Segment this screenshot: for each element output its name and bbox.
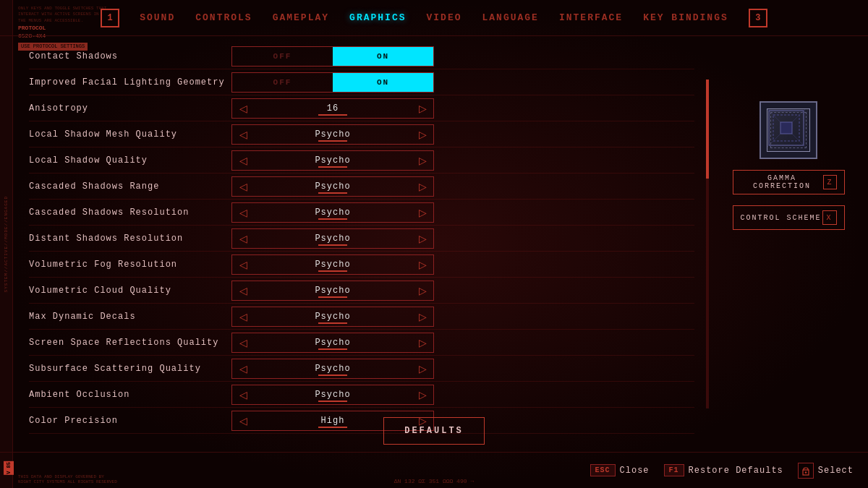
control-contact-shadows: OFF ON bbox=[231, 46, 694, 67]
label-vol-cloud: Volumetric Cloud Quality bbox=[29, 286, 231, 296]
toggle-on-facial-lighting[interactable]: ON bbox=[333, 73, 433, 92]
control-dynamic-decals: ◁ Psycho ▷ bbox=[231, 307, 694, 327]
label-color-precision: Color Precision bbox=[29, 416, 231, 426]
setting-ao: Ambient Occlusion ◁ Psycho ▷ bbox=[29, 382, 694, 408]
arrow-left-ssr[interactable]: ◁ bbox=[232, 333, 254, 352]
arrow-vol-fog: ◁ Psycho ▷ bbox=[231, 254, 434, 275]
nav-item-gameplay[interactable]: GAMEPLAY bbox=[273, 12, 329, 23]
arrow-left-color-precision[interactable]: ◁ bbox=[232, 411, 254, 430]
setting-color-precision: Color Precision ◁ High ▷ bbox=[29, 408, 694, 434]
close-key: ESC bbox=[590, 464, 616, 476]
arrow-right-dynamic-decals[interactable]: ▷ bbox=[412, 307, 433, 326]
arrow-right-cascaded-range[interactable]: ▷ bbox=[412, 177, 433, 196]
arrow-left-shadow-quality[interactable]: ◁ bbox=[232, 151, 254, 170]
arrow-right-vol-cloud[interactable]: ▷ bbox=[412, 281, 433, 300]
nav-item-controls[interactable]: CONTROLS bbox=[195, 12, 252, 23]
arrow-left-sss[interactable]: ◁ bbox=[232, 359, 254, 378]
value-vol-cloud: Psycho bbox=[254, 286, 412, 296]
control-cascaded-range: ◁ Psycho ▷ bbox=[231, 176, 694, 197]
select-label: Select bbox=[818, 466, 854, 476]
setting-dynamic-decals: Max Dynamic Decals ◁ Psycho ▷ bbox=[29, 304, 694, 330]
value-dynamic-decals: Psycho bbox=[254, 312, 412, 322]
close-label: Close bbox=[620, 466, 650, 476]
gamma-correction-button[interactable]: GAMMA CORRECTION Z bbox=[733, 170, 845, 194]
settings-panel: Contact Shadows OFF ON Improved Facial L… bbox=[14, 36, 709, 452]
nav-item-video[interactable]: VIDEO bbox=[427, 12, 462, 23]
svg-point-6 bbox=[805, 471, 807, 473]
control-scheme-key-badge: X bbox=[822, 210, 837, 225]
coords-arrow: → bbox=[471, 478, 475, 484]
arrow-right-distant-shadows[interactable]: ▷ bbox=[412, 229, 433, 248]
label-distant-shadows: Distant Shadows Resolution bbox=[29, 234, 231, 244]
value-ao: Psycho bbox=[254, 390, 412, 400]
preview-box bbox=[760, 101, 817, 159]
nav-item-graphics[interactable]: GRAPHICS bbox=[349, 12, 406, 23]
value-sss: Psycho bbox=[254, 364, 412, 374]
control-vol-fog: ◁ Psycho ▷ bbox=[231, 254, 694, 275]
arrow-shadow-quality: ◁ Psycho ▷ bbox=[231, 150, 434, 171]
arrow-vol-cloud: ◁ Psycho ▷ bbox=[231, 281, 434, 301]
control-scheme-button[interactable]: CONTROL SCHEME X bbox=[733, 205, 845, 230]
arrow-right-ao[interactable]: ▷ bbox=[412, 385, 433, 404]
lock-icon bbox=[801, 466, 811, 476]
arrow-left-vol-cloud[interactable]: ◁ bbox=[232, 281, 254, 300]
right-panel: GAMMA CORRECTION Z CONTROL SCHEME X bbox=[723, 36, 854, 452]
bottom-left-line2: NIGHT CITY SYSTEMS ALL RIGHTS RESERVED bbox=[18, 479, 117, 484]
arrow-right-ssr[interactable]: ▷ bbox=[412, 333, 433, 352]
select-action[interactable]: Select bbox=[798, 463, 854, 479]
nav-item-keybindings[interactable]: KEY BINDINGS bbox=[643, 12, 728, 23]
gamma-key-badge: Z bbox=[823, 175, 836, 189]
defaults-button[interactable]: DEFAULTS bbox=[383, 417, 485, 445]
toggle-facial-lighting[interactable]: OFF ON bbox=[231, 72, 434, 93]
gamma-label: GAMMA CORRECTION bbox=[741, 174, 824, 190]
arrow-right-cascaded-res[interactable]: ▷ bbox=[412, 203, 433, 222]
toggle-off-facial-lighting[interactable]: OFF bbox=[232, 73, 333, 92]
arrow-right-vol-fog[interactable]: ▷ bbox=[412, 255, 433, 274]
arrow-right-anisotropy[interactable]: ▷ bbox=[412, 99, 433, 118]
bottom-left-info: THIS DATA AND DISPLAY GOVERNED BY NIGHT … bbox=[18, 474, 117, 484]
toggle-contact-shadows[interactable]: OFF ON bbox=[231, 46, 434, 67]
nav-item-sound[interactable]: SOUND bbox=[140, 12, 175, 23]
toggle-off-contact-shadows[interactable]: OFF bbox=[232, 47, 333, 66]
arrow-left-cascaded-res[interactable]: ◁ bbox=[232, 203, 254, 222]
arrow-right-shadow-mesh[interactable]: ▷ bbox=[412, 125, 433, 144]
control-ssr: ◁ Psycho ▷ bbox=[231, 333, 694, 353]
arrow-right-shadow-quality[interactable]: ▷ bbox=[412, 151, 433, 170]
control-shadow-quality: ◁ Psycho ▷ bbox=[231, 150, 694, 171]
arrow-right-sss[interactable]: ▷ bbox=[412, 359, 433, 378]
toggle-on-contact-shadows[interactable]: ON bbox=[333, 47, 433, 66]
restore-label: Restore Defaults bbox=[689, 466, 783, 476]
label-ao: Ambient Occlusion bbox=[29, 390, 231, 400]
label-dynamic-decals: Max Dynamic Decals bbox=[29, 312, 231, 322]
arrow-left-vol-fog[interactable]: ◁ bbox=[232, 255, 254, 274]
nav-item-language[interactable]: LANGUAGE bbox=[482, 12, 539, 23]
arrow-sss: ◁ Psycho ▷ bbox=[231, 359, 434, 379]
arrow-dynamic-decals: ◁ Psycho ▷ bbox=[231, 307, 434, 327]
restore-action[interactable]: F1 Restore Defaults bbox=[664, 464, 783, 476]
arrow-cascaded-range: ◁ Psycho ▷ bbox=[231, 176, 434, 197]
label-ssr: Screen Space Reflections Quality bbox=[29, 338, 231, 348]
top-navigation: 1 SOUND CONTROLS GAMEPLAY GRAPHICS VIDEO… bbox=[0, 0, 868, 36]
value-distant-shadows: Psycho bbox=[254, 234, 412, 244]
setting-vol-fog: Volumetric Fog Resolution ◁ Psycho ▷ bbox=[29, 252, 694, 278]
setting-cascaded-res: Cascaded Shadows Resolution ◁ Psycho ▷ bbox=[29, 200, 694, 226]
control-vol-cloud: ◁ Psycho ▷ bbox=[231, 281, 694, 301]
arrow-left-distant-shadows[interactable]: ◁ bbox=[232, 229, 254, 248]
value-cascaded-res: Psycho bbox=[254, 207, 412, 218]
arrow-left-shadow-mesh[interactable]: ◁ bbox=[232, 125, 254, 144]
arrow-anisotropy: ◁ 16 ▷ bbox=[231, 98, 434, 119]
svg-line-2 bbox=[767, 109, 805, 147]
label-anisotropy: Anisotropy bbox=[29, 103, 231, 114]
nav-item-interface[interactable]: INTERFACE bbox=[559, 12, 623, 23]
control-sss: ◁ Psycho ▷ bbox=[231, 359, 694, 379]
control-cascaded-res: ◁ Psycho ▷ bbox=[231, 202, 694, 223]
control-anisotropy: ◁ 16 ▷ bbox=[231, 98, 694, 119]
arrow-left-dynamic-decals[interactable]: ◁ bbox=[232, 307, 254, 326]
arrow-left-anisotropy[interactable]: ◁ bbox=[232, 99, 254, 118]
scrollbar[interactable] bbox=[706, 80, 709, 408]
arrow-left-cascaded-range[interactable]: ◁ bbox=[232, 177, 254, 196]
arrow-left-ao[interactable]: ◁ bbox=[232, 385, 254, 404]
control-facial-lighting: OFF ON bbox=[231, 72, 694, 93]
value-shadow-quality: Psycho bbox=[254, 155, 412, 166]
close-action[interactable]: ESC Close bbox=[590, 464, 650, 476]
